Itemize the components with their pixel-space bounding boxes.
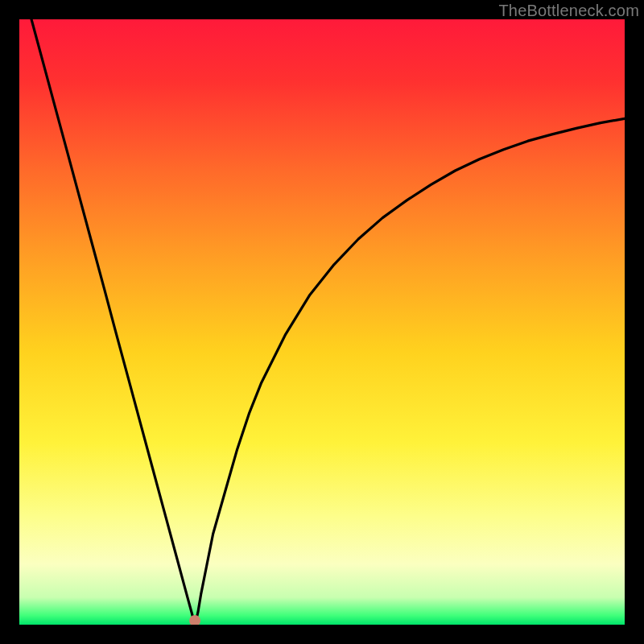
chart-frame [19, 19, 625, 625]
gradient-background [19, 19, 625, 625]
watermark-text: TheBottleneck.com [498, 2, 639, 20]
bottleneck-chart [19, 19, 625, 625]
